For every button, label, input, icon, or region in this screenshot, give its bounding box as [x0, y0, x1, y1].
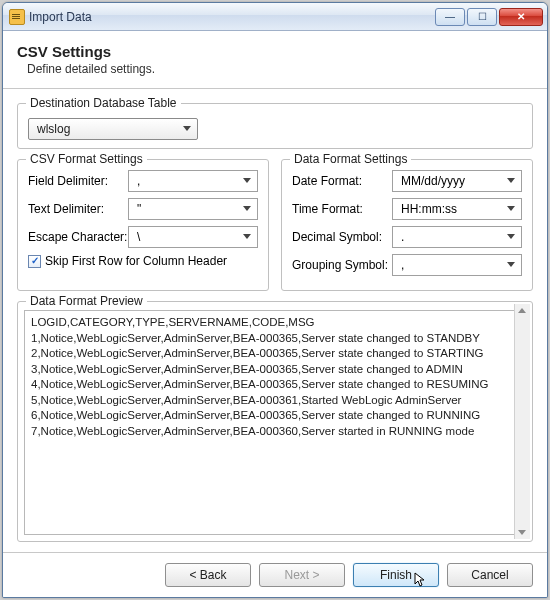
destination-group: Destination Database Table wlslog: [17, 103, 533, 149]
scroll-down-icon: [518, 530, 526, 535]
escape-char-label: Escape Character:: [28, 230, 128, 244]
cancel-button[interactable]: Cancel: [447, 563, 533, 587]
decimal-symbol-label: Decimal Symbol:: [292, 230, 392, 244]
cursor-icon: [414, 572, 430, 588]
destination-label: Destination Database Table: [26, 96, 181, 110]
field-delimiter-label: Field Delimiter:: [28, 174, 128, 188]
date-format-label: Date Format:: [292, 174, 392, 188]
chevron-down-icon: [243, 178, 251, 183]
text-delimiter-label: Text Delimiter:: [28, 202, 128, 216]
data-format-group: Data Format Settings Date Format: MM/dd/…: [281, 159, 533, 291]
data-format-title: Data Format Settings: [290, 152, 411, 166]
escape-char-input[interactable]: \: [128, 226, 258, 248]
scroll-up-icon: [518, 308, 526, 313]
minimize-button[interactable]: —: [435, 8, 465, 26]
page-subtitle: Define detailed settings.: [27, 62, 533, 76]
chevron-down-icon: [507, 234, 515, 239]
chevron-down-icon: [507, 206, 515, 211]
chevron-down-icon: [243, 206, 251, 211]
date-format-input[interactable]: MM/dd/yyyy: [392, 170, 522, 192]
time-format-input[interactable]: HH:mm:ss: [392, 198, 522, 220]
preview-title: Data Format Preview: [26, 294, 147, 308]
divider: [3, 88, 547, 89]
destination-table-select[interactable]: wlslog: [28, 118, 198, 140]
finish-button[interactable]: Finish: [353, 563, 439, 587]
window-title: Import Data: [29, 10, 92, 24]
destination-table-value: wlslog: [37, 122, 70, 136]
back-button[interactable]: < Back: [165, 563, 251, 587]
grouping-symbol-input[interactable]: ,: [392, 254, 522, 276]
titlebar[interactable]: Import Data — ☐ ✕: [3, 3, 547, 31]
chevron-down-icon: [507, 178, 515, 183]
wizard-button-bar: < Back Next > Finish Cancel: [3, 552, 547, 597]
skip-first-row-checkbox[interactable]: ✓: [28, 255, 41, 268]
decimal-symbol-input[interactable]: .: [392, 226, 522, 248]
time-format-label: Time Format:: [292, 202, 392, 216]
field-delimiter-input[interactable]: ,: [128, 170, 258, 192]
app-icon: [9, 9, 25, 25]
close-button[interactable]: ✕: [499, 8, 543, 26]
text-delimiter-input[interactable]: ": [128, 198, 258, 220]
next-button: Next >: [259, 563, 345, 587]
csv-format-title: CSV Format Settings: [26, 152, 147, 166]
maximize-button[interactable]: ☐: [467, 8, 497, 26]
preview-scrollbar[interactable]: [514, 304, 530, 539]
import-data-dialog: Import Data — ☐ ✕ CSV Settings Define de…: [2, 2, 548, 598]
chevron-down-icon: [183, 126, 191, 131]
chevron-down-icon: [507, 262, 515, 267]
skip-first-row-label: Skip First Row for Column Header: [45, 254, 227, 268]
preview-textarea[interactable]: LOGID,CATEGORY,TYPE,SERVERNAME,CODE,MSG …: [24, 310, 526, 535]
grouping-symbol-label: Grouping Symbol:: [292, 258, 392, 272]
chevron-down-icon: [243, 234, 251, 239]
page-title: CSV Settings: [17, 43, 533, 60]
preview-group: Data Format Preview LOGID,CATEGORY,TYPE,…: [17, 301, 533, 542]
csv-format-group: CSV Format Settings Field Delimiter: , T…: [17, 159, 269, 291]
